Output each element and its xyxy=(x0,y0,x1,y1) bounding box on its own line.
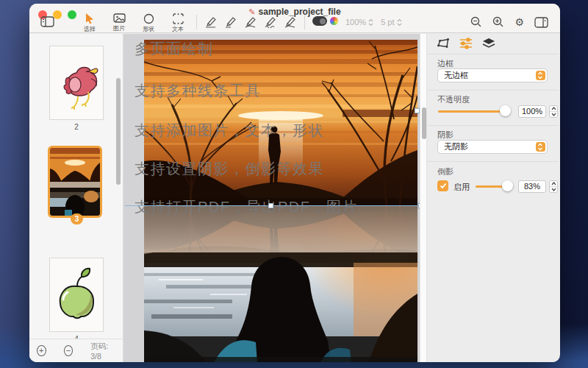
reflection-label: 倒影 xyxy=(437,166,453,177)
border-label: 边框 xyxy=(437,58,453,69)
sidebar-toggle-button[interactable] xyxy=(39,16,55,27)
stroke-color-swatch[interactable] xyxy=(312,16,327,26)
reflection-stepper[interactable] xyxy=(549,180,558,193)
image-tool[interactable]: 图片 xyxy=(108,13,130,32)
shape-tool[interactable]: 形状 xyxy=(137,13,159,33)
page-indicator: 页码: 3/8 xyxy=(90,342,115,361)
pen-squiggle-tool[interactable] xyxy=(264,15,277,28)
canvas-scrollbar-track[interactable] xyxy=(420,34,427,362)
check-icon xyxy=(440,183,447,189)
desktop-background: ✎sample_project_file 选择 xyxy=(0,0,588,368)
inspector-toggle-button[interactable] xyxy=(534,17,548,28)
app-window: ✎sample_project_file 选择 xyxy=(29,4,560,362)
border-dropdown[interactable]: 无边框 xyxy=(437,68,548,82)
select-tool[interactable]: 选择 xyxy=(79,13,101,33)
text-selection-icon xyxy=(173,13,184,24)
canvas-text-1[interactable]: 多页面绘制 xyxy=(135,39,214,59)
reflection-slider-knob[interactable] xyxy=(502,180,513,191)
reflection-slider[interactable] xyxy=(476,179,514,194)
opacity-slider[interactable] xyxy=(438,104,509,118)
pen-short-line-tool[interactable] xyxy=(224,15,237,28)
toolbar-separator xyxy=(196,15,197,29)
sunset-thumb xyxy=(50,148,100,216)
inspector-panel: 边框 无边框 不透明度 100% xyxy=(427,34,559,362)
shadow-value: 无阴影 xyxy=(444,142,468,151)
circle-shape-icon xyxy=(143,13,154,24)
tab-layers[interactable] xyxy=(482,38,495,49)
dropdown-stepper-icon xyxy=(536,71,545,80)
sidebar-scrollbar[interactable] xyxy=(116,78,121,185)
zoom-out-button[interactable] xyxy=(470,16,482,28)
border-value: 无边框 xyxy=(444,71,468,79)
page-thumbnail-4[interactable] xyxy=(49,258,104,332)
reflection-value[interactable]: 83% xyxy=(518,180,546,193)
resize-right-handle[interactable] xyxy=(415,108,420,113)
canvas-text-3[interactable]: 支持添加图片，文本，形状 xyxy=(135,121,324,141)
window-body: 2 xyxy=(29,34,560,362)
zoom-value: 100% xyxy=(345,18,366,26)
reflection-center-handle[interactable] xyxy=(268,203,273,208)
page-thumbnail-3-selected[interactable] xyxy=(48,146,102,218)
add-page-button[interactable]: + xyxy=(37,345,46,356)
opacity-stepper[interactable] xyxy=(549,105,558,118)
color-well[interactable] xyxy=(312,16,338,26)
canvas-text-2[interactable]: 支持多种线条工具 xyxy=(135,81,261,101)
toolbar-right: ⚙ xyxy=(470,16,548,28)
pen-tools xyxy=(204,15,297,28)
pen-angle-line-tool[interactable] xyxy=(284,15,297,28)
sidebar-toggle-icon xyxy=(40,16,54,27)
zoom-in-button[interactable] xyxy=(492,16,504,28)
cursor-icon xyxy=(85,13,95,24)
color-picker-icon[interactable] xyxy=(330,17,338,25)
canvas-text-5[interactable]: 支持打开PDF，导出PDF，图片 xyxy=(135,197,358,217)
toolbar-separator-2 xyxy=(304,15,305,29)
divider xyxy=(427,125,559,126)
sidebar-footer: + − 页码: 3/8 xyxy=(29,339,123,362)
shadow-dropdown[interactable]: 无阴影 xyxy=(437,140,548,154)
pages-sidebar: 2 xyxy=(29,34,123,362)
divider xyxy=(427,90,559,91)
selected-page-badge: 3 xyxy=(71,213,83,224)
drawing-canvas[interactable]: 多页面绘制 支持多种线条工具 支持添加图片，文本，形状 支持设置阴影，倒影等效果… xyxy=(123,34,420,362)
pen-straight-line-tool[interactable] xyxy=(204,15,218,28)
stepper-chevrons-icon xyxy=(368,18,373,26)
stepper-chevrons-icon xyxy=(397,18,402,26)
text-tool-label: 文本 xyxy=(172,25,184,33)
opacity-value[interactable]: 100% xyxy=(518,105,546,118)
reflection-enable-label: 启用 xyxy=(453,182,470,193)
reflection-checkbox-checked[interactable] xyxy=(437,180,448,191)
dropdown-stepper-icon xyxy=(536,142,545,152)
image-tool-label: 图片 xyxy=(113,24,125,32)
page-thumbnail-2[interactable] xyxy=(49,46,104,120)
select-tool-label: 选择 xyxy=(84,25,96,33)
text-tool[interactable]: 文本 xyxy=(167,13,189,33)
shape-tool-label: 形状 xyxy=(143,25,154,33)
stroke-width-value: 5 pt xyxy=(381,18,394,26)
apple-drawing xyxy=(50,258,103,331)
window-header: ✎sample_project_file 选择 xyxy=(29,4,560,33)
toolbar-left: 选择 图片 形状 xyxy=(39,13,402,33)
bird-drawing xyxy=(50,46,103,119)
remove-page-button[interactable]: − xyxy=(64,345,74,356)
shadow-label: 阴影 xyxy=(437,130,453,141)
image-icon xyxy=(113,13,126,24)
divider xyxy=(427,54,559,54)
stroke-width-stepper[interactable]: 5 pt xyxy=(381,18,401,26)
pen-curve-tool[interactable] xyxy=(244,15,257,28)
opacity-slider-knob[interactable] xyxy=(500,105,511,116)
settings-gear-button[interactable]: ⚙ xyxy=(514,17,524,27)
tab-geometry[interactable] xyxy=(437,38,450,49)
canvas-text-4[interactable]: 支持设置阴影，倒影等效果 xyxy=(135,159,324,179)
divider xyxy=(427,161,559,162)
swatch-dot xyxy=(320,18,326,24)
canvas-scrollbar-thumb[interactable] xyxy=(422,107,426,139)
zoom-stepper[interactable]: 100% xyxy=(345,18,373,26)
tab-style-active[interactable] xyxy=(459,38,473,49)
inspector-tabs xyxy=(437,38,495,49)
page-number-2: 2 xyxy=(49,123,104,131)
